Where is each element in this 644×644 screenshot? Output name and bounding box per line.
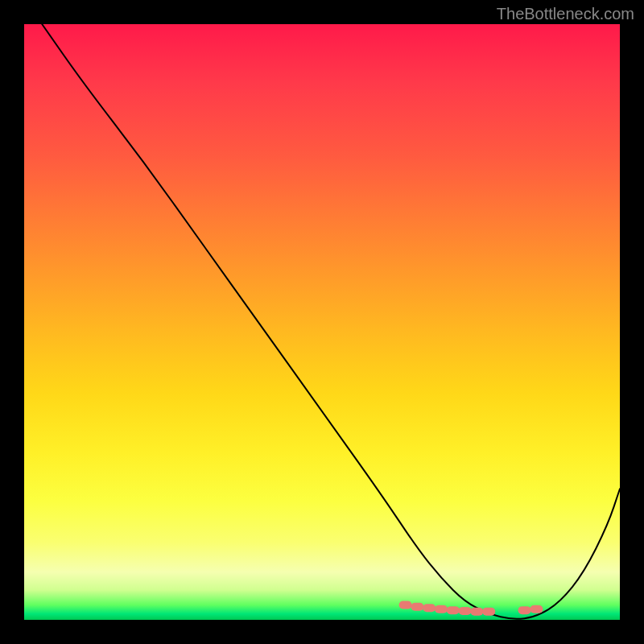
highlight-marker [447, 606, 460, 614]
highlight-marker [459, 607, 472, 615]
highlight-marker [518, 606, 531, 614]
chart-overlay [24, 24, 620, 620]
highlight-marker [423, 604, 436, 612]
watermark-text: TheBottleneck.com [497, 5, 634, 23]
highlight-marker [435, 605, 448, 613]
highlight-marker [482, 608, 495, 616]
highlight-markers [399, 601, 543, 616]
bottleneck-curve [42, 24, 620, 619]
highlight-marker [470, 608, 483, 616]
plot-area [24, 24, 620, 620]
highlight-marker [530, 605, 543, 613]
highlight-marker [411, 603, 423, 611]
highlight-marker [399, 601, 412, 609]
